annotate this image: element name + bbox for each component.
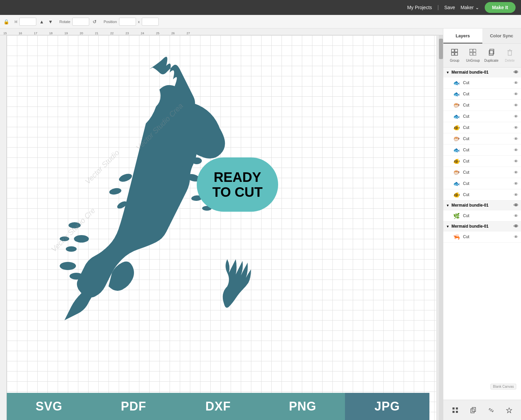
- layer-label: Cut: [463, 80, 514, 85]
- layer-label: Cut: [463, 181, 514, 186]
- panel-chain-icon[interactable]: [486, 405, 497, 416]
- ruler-horizontal: 15 16 17 18 19 20 21 22 23 24 25 26 27: [0, 28, 443, 35]
- save-link[interactable]: Save: [444, 5, 455, 10]
- svg-point-3: [192, 157, 202, 164]
- layer-group-1[interactable]: ▼ Mermaid bundle-01 👁: [443, 68, 521, 77]
- svg-rect-21: [451, 53, 454, 55]
- rotate-input[interactable]: [72, 18, 89, 26]
- layer-group-3[interactable]: ▼ Mermaid bundle-01 👁: [443, 222, 521, 231]
- layer-group-2[interactable]: ▼ Mermaid bundle-01 👁: [443, 201, 521, 210]
- layer-thumb-fish: 🐟: [453, 113, 460, 120]
- group3-visibility-icon[interactable]: 👁: [514, 224, 518, 229]
- svg-rect-20: [455, 49, 458, 52]
- svg-rect-26: [473, 53, 476, 55]
- layer-visibility-icon[interactable]: 👁: [514, 80, 518, 85]
- layer-item[interactable]: 🐠 Cut 👁: [443, 122, 521, 133]
- scrollbar-thumb[interactable]: [439, 39, 443, 59]
- ruler-tick: 17: [34, 32, 37, 35]
- ruler-tick: 24: [141, 32, 144, 35]
- maker-dropdown[interactable]: Maker ⌄: [461, 5, 479, 10]
- delete-button[interactable]: Delete: [501, 46, 518, 64]
- layer-item[interactable]: 🐡 Cut 👁: [443, 100, 521, 111]
- dxf-badge: DXF: [176, 393, 260, 420]
- rotate-icon[interactable]: ↺: [91, 18, 98, 25]
- duplicate-label: Duplicate: [484, 59, 499, 62]
- mermaid-illustration: Vector Studio Vector Studio Crea Vector …: [20, 49, 271, 320]
- layer-item[interactable]: 🐟 Cut 👁: [443, 111, 521, 122]
- group2-visibility-icon[interactable]: 👁: [514, 203, 518, 208]
- layer-label: Cut: [463, 192, 514, 197]
- ruler-vertical: [0, 35, 7, 420]
- layer-item[interactable]: 🐟 Cut 👁: [443, 89, 521, 100]
- layer-thumb-fish: 🐠: [453, 191, 460, 198]
- panel-actions: Group UnGroup Duplicate Delete: [443, 44, 521, 68]
- layer-visibility-icon[interactable]: 👁: [514, 92, 518, 97]
- layer-label: Cut: [463, 170, 514, 175]
- rotate-label: Rotate: [59, 20, 70, 24]
- layer-item[interactable]: 🌿 Cut 👁: [443, 210, 521, 222]
- maker-label: Maker: [461, 5, 474, 10]
- layer-visibility-icon[interactable]: 👁: [514, 136, 518, 141]
- layer-item[interactable]: 🐠 Cut 👁: [443, 189, 521, 201]
- canvas-area[interactable]: 15 16 17 18 19 20 21 22 23 24 25 26 27: [0, 28, 443, 420]
- layer-visibility-icon[interactable]: 👁: [514, 181, 518, 186]
- svg-rect-37: [472, 407, 476, 412]
- panel-grid-icon[interactable]: [450, 405, 461, 416]
- layer-thumb-seaweed: 🌿: [453, 212, 460, 219]
- y-input[interactable]: [142, 18, 159, 26]
- layer-visibility-icon[interactable]: 👁: [514, 103, 518, 108]
- delete-icon: [506, 49, 514, 58]
- layer-label: Cut: [463, 234, 514, 239]
- layer-visibility-icon[interactable]: 👁: [514, 125, 518, 130]
- layer-item[interactable]: 🦐 Cut 👁: [443, 231, 521, 243]
- layer-item[interactable]: 🐟 Cut 👁: [443, 178, 521, 189]
- layer-item[interactable]: 🐡 Cut 👁: [443, 133, 521, 145]
- layer-item[interactable]: 🐡 Cut 👁: [443, 167, 521, 178]
- layer-visibility-icon[interactable]: 👁: [514, 114, 518, 119]
- svg-rect-25: [470, 53, 472, 55]
- blank-canvas-label[interactable]: Blank Canvas: [490, 384, 516, 389]
- svg-marker-39: [506, 408, 512, 413]
- layer-label: Cut: [463, 114, 514, 119]
- ready-badge-text: READY TO CUT: [212, 170, 263, 199]
- panel-copy-icon[interactable]: [468, 405, 479, 416]
- layer-visibility-icon[interactable]: 👁: [514, 170, 518, 175]
- tab-color-sync[interactable]: Color Sync: [482, 28, 521, 43]
- layer-item[interactable]: 🐠 Cut 👁: [443, 156, 521, 167]
- watermark-1: Vector Studio: [83, 148, 121, 186]
- layer-label: Cut: [463, 136, 514, 141]
- x-input[interactable]: [119, 18, 136, 26]
- group3-name: Mermaid bundle-01: [451, 224, 514, 229]
- h-stepper-down[interactable]: ▼: [47, 18, 54, 25]
- layer-thumb-fish: 🐟: [453, 79, 460, 87]
- layer-label: Cut: [463, 125, 514, 130]
- my-projects-link[interactable]: My Projects: [407, 5, 432, 10]
- h-input[interactable]: [19, 18, 36, 26]
- size-h-group: H ▲ ▼: [15, 18, 54, 26]
- layer-visibility-icon[interactable]: 👁: [514, 213, 518, 218]
- layer-visibility-icon[interactable]: 👁: [514, 148, 518, 153]
- svg-rect-35: [456, 411, 458, 413]
- layer-visibility-icon[interactable]: 👁: [514, 159, 518, 164]
- layer-item[interactable]: 🐟 Cut 👁: [443, 145, 521, 156]
- right-panel: Layers Color Sync Group UnGroup: [443, 28, 521, 420]
- layer-visibility-icon[interactable]: 👁: [514, 192, 518, 197]
- svg-point-9: [74, 235, 89, 243]
- group-button[interactable]: Group: [446, 46, 463, 64]
- group2-name: Mermaid bundle-01: [451, 203, 514, 208]
- duplicate-button[interactable]: Duplicate: [483, 46, 500, 64]
- make-it-button[interactable]: Make It: [485, 2, 516, 13]
- group-icon: [451, 49, 458, 58]
- group1-visibility-icon[interactable]: 👁: [514, 70, 518, 75]
- canvas-scrollbar[interactable]: [439, 35, 443, 420]
- panel-star-icon[interactable]: [504, 405, 515, 416]
- tab-layers[interactable]: Layers: [443, 28, 482, 43]
- h-stepper-up[interactable]: ▲: [38, 18, 45, 25]
- layer-item[interactable]: 🐟 Cut 👁: [443, 77, 521, 89]
- ungroup-button[interactable]: UnGroup: [464, 46, 481, 64]
- group-label: Group: [450, 59, 459, 62]
- grid-canvas[interactable]: Vector Studio Vector Studio Crea Vector …: [7, 35, 436, 420]
- layer-thumb-fish: 🐡: [453, 135, 460, 142]
- layer-visibility-icon[interactable]: 👁: [514, 234, 518, 240]
- layer-label: Cut: [463, 103, 514, 108]
